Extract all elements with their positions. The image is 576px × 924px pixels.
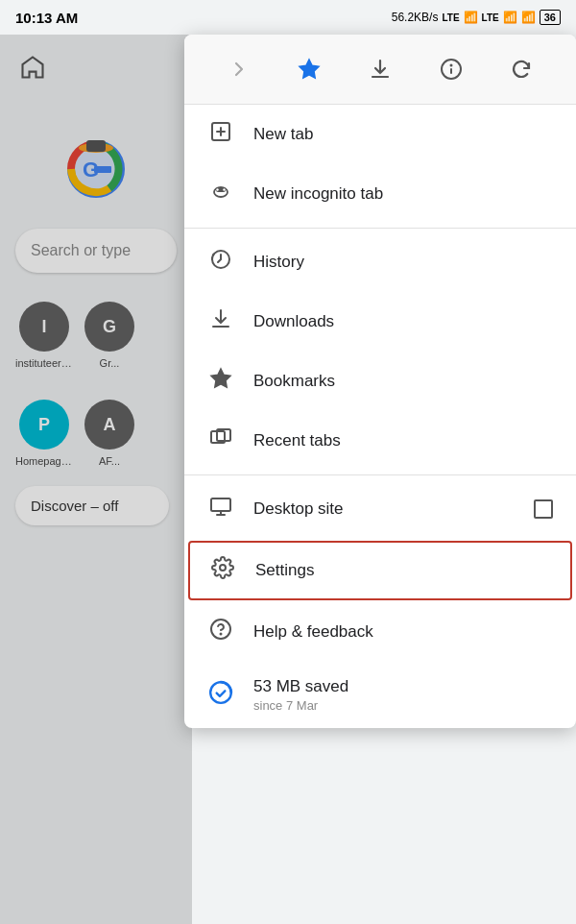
mb-saved-item[interactable]: 53 MB saved since 7 Mar bbox=[184, 662, 576, 728]
status-bar: 10:13 AM 56.2KB/s LTE 📶 LTE 📶 📶 36 bbox=[0, 0, 576, 35]
context-menu: New tab New incognito tab History bbox=[184, 35, 576, 728]
signal-icon-1: 📶 bbox=[464, 11, 478, 24]
downloads-label: Downloads bbox=[253, 312, 553, 331]
settings-item[interactable]: Settings bbox=[188, 541, 572, 600]
lte-icon: LTE bbox=[442, 12, 459, 23]
bookmark-button[interactable] bbox=[290, 50, 328, 88]
download-icon bbox=[369, 58, 392, 81]
desktop-site-label: Desktop site bbox=[253, 499, 515, 519]
new-tab-item[interactable]: New tab bbox=[184, 105, 576, 164]
help-feedback-label: Help & feedback bbox=[253, 622, 553, 642]
settings-icon bbox=[209, 556, 236, 585]
svg-point-25 bbox=[220, 565, 226, 571]
new-tab-icon bbox=[207, 120, 234, 149]
info-button[interactable] bbox=[432, 50, 470, 88]
svg-point-15 bbox=[216, 188, 218, 190]
svg-point-16 bbox=[223, 188, 225, 190]
desktop-site-item[interactable]: Desktop site bbox=[184, 479, 576, 539]
incognito-icon bbox=[207, 180, 234, 208]
mb-saved-wrap: 53 MB saved since 7 Mar bbox=[253, 677, 348, 713]
speed-indicator: 56.2KB/s bbox=[392, 11, 439, 24]
battery-icon: 36 bbox=[540, 10, 561, 25]
svg-rect-22 bbox=[211, 498, 230, 511]
forward-icon bbox=[228, 58, 251, 81]
menu-toolbar bbox=[184, 35, 576, 105]
mb-saved-sublabel: since 7 Mar bbox=[253, 698, 348, 713]
recent-tabs-label: Recent tabs bbox=[253, 431, 553, 450]
recent-tabs-icon bbox=[207, 426, 234, 455]
forward-button[interactable] bbox=[220, 50, 258, 88]
new-incognito-tab-item[interactable]: New incognito tab bbox=[184, 164, 576, 224]
downloads-item[interactable]: Downloads bbox=[184, 292, 576, 352]
svg-marker-5 bbox=[300, 60, 319, 78]
signal-icon-2: 📶 bbox=[503, 11, 517, 24]
bookmark-star-icon bbox=[298, 58, 321, 81]
info-icon bbox=[440, 58, 463, 81]
refresh-button[interactable] bbox=[502, 50, 540, 88]
bookmarks-icon bbox=[207, 367, 234, 396]
bookmarks-label: Bookmarks bbox=[253, 372, 553, 391]
help-feedback-item[interactable]: Help & feedback bbox=[184, 602, 576, 662]
desktop-icon bbox=[207, 495, 234, 523]
overlay-dim bbox=[0, 35, 192, 924]
new-incognito-tab-label: New incognito tab bbox=[253, 184, 553, 204]
bookmarks-item[interactable]: Bookmarks bbox=[184, 352, 576, 411]
recent-tabs-item[interactable]: Recent tabs bbox=[184, 411, 576, 471]
history-item[interactable]: History bbox=[184, 232, 576, 292]
savings-icon bbox=[207, 680, 234, 711]
status-time: 10:13 AM bbox=[15, 10, 78, 26]
history-label: History bbox=[253, 253, 553, 272]
help-icon bbox=[207, 618, 234, 646]
mb-saved-label: 53 MB saved bbox=[253, 677, 348, 696]
divider-1 bbox=[184, 228, 576, 229]
lte-icon-2: LTE bbox=[482, 12, 499, 23]
settings-label: Settings bbox=[255, 561, 551, 580]
refresh-icon bbox=[510, 58, 533, 81]
status-right: 56.2KB/s LTE 📶 LTE 📶 📶 36 bbox=[392, 10, 561, 25]
history-icon bbox=[207, 248, 234, 277]
svg-marker-19 bbox=[211, 369, 230, 387]
download-button[interactable] bbox=[361, 50, 399, 88]
divider-2 bbox=[184, 474, 576, 475]
downloads-icon bbox=[207, 307, 234, 336]
wifi-icon: 📶 bbox=[521, 11, 536, 24]
new-tab-label: New tab bbox=[253, 125, 553, 144]
desktop-site-checkbox[interactable] bbox=[534, 499, 553, 519]
